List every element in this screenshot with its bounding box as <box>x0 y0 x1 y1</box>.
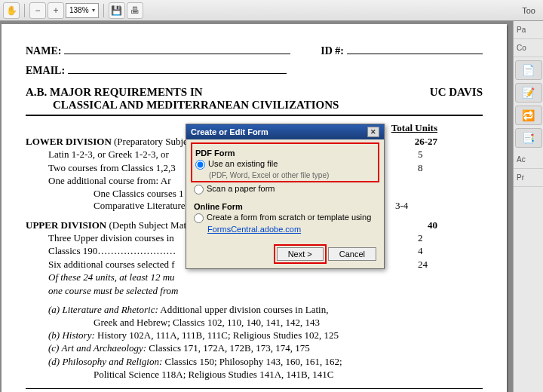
hand-tool-icon[interactable]: ✋ <box>3 2 20 19</box>
panel-tab[interactable]: Pr <box>514 169 543 187</box>
panel-tab[interactable]: Pa <box>514 21 543 39</box>
chevron-down-icon: ▾ <box>92 7 95 14</box>
scan-paper-form-label: Scan a paper form <box>207 184 275 193</box>
main-toolbar: ✋ − + 138%▾ 💾 🖶 Too <box>0 0 543 21</box>
create-edit-form-dialog: Create or Edit Form ✕ PDF Form Use an ex… <box>186 124 385 269</box>
pdf-form-group: PDF Form <box>195 149 375 158</box>
use-existing-file-label: Use an existing file <box>208 159 278 168</box>
upper-units: 40 <box>428 219 437 231</box>
upper-division-head: UPPER DIVISION <box>26 219 106 231</box>
zoom-out-icon[interactable]: − <box>29 2 46 19</box>
formscentral-link[interactable]: FormsCentral.adobe.com <box>207 225 376 234</box>
name-field-line <box>64 42 290 54</box>
online-form-group: Online Form <box>194 202 376 211</box>
zoom-in-icon[interactable]: + <box>48 2 64 19</box>
email-field-line <box>68 62 287 74</box>
use-existing-file-sub: (PDF, Word, Excel or other file type) <box>209 171 375 179</box>
right-panel: Pa Co 📄 📝 🔁 📑 Ac Pr <box>513 21 543 392</box>
title-line-1: A.B. MAJOR REQUIREMENTS IN UC DAVIS <box>26 86 483 99</box>
id-field-line <box>347 42 483 54</box>
panel-tab[interactable]: Co <box>514 39 543 57</box>
id-label: ID #: <box>321 45 344 57</box>
zoom-level[interactable]: 138%▾ <box>66 3 99 18</box>
divider <box>26 388 483 389</box>
tools-pane-label[interactable]: Too <box>522 6 540 15</box>
dialog-titlebar: Create or Edit Form ✕ <box>186 124 384 139</box>
use-existing-file-radio[interactable] <box>195 160 205 170</box>
tool-icon[interactable]: 🔁 <box>515 106 542 125</box>
email-label: EMAIL: <box>26 65 65 77</box>
total-units-header: Total Units <box>391 122 437 134</box>
save-icon[interactable]: 💾 <box>109 2 125 19</box>
lower-units: 26-27 <box>415 136 437 148</box>
lower-division-head: LOWER DIVISION <box>26 136 112 147</box>
tool-icon[interactable]: 📄 <box>515 60 542 80</box>
divider <box>26 115 483 116</box>
scan-paper-form-radio[interactable] <box>194 185 204 194</box>
title-line-2: CLASSICAL AND MEDITERRANEAN CIVILIZATION… <box>53 99 483 112</box>
close-icon[interactable]: ✕ <box>367 127 379 137</box>
panel-tab[interactable]: Ac <box>514 151 543 169</box>
name-label: NAME: <box>26 45 61 57</box>
uc-davis-label: UC DAVIS <box>430 86 483 99</box>
tool-icon[interactable]: 📝 <box>515 83 542 103</box>
next-button[interactable]: Next > <box>277 247 324 261</box>
create-from-scratch-radio[interactable] <box>194 213 204 223</box>
cancel-button[interactable]: Cancel <box>328 247 376 261</box>
create-from-scratch-label: Create a form from scratch or template u… <box>207 213 371 222</box>
tool-icon[interactable]: 📑 <box>515 128 542 148</box>
print-icon[interactable]: 🖶 <box>127 2 143 19</box>
